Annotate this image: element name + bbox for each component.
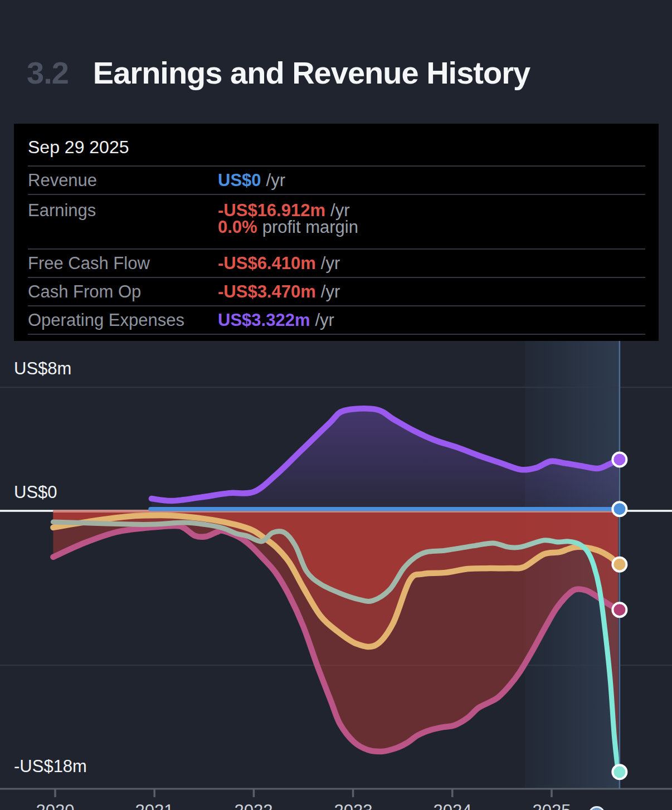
- y-axis-label-0: US$0: [14, 482, 57, 502]
- x-axis-label-2021: 2021: [135, 801, 174, 810]
- y-axis-label-8m: US$8m: [14, 359, 71, 379]
- earnings-revenue-chart[interactable]: [0, 0, 672, 810]
- end-dot-cash-from-op[interactable]: [612, 558, 626, 572]
- end-dot-earnings[interactable]: [612, 765, 626, 779]
- end-dot-free-cash-flow[interactable]: [612, 603, 626, 617]
- end-dot-revenue[interactable]: [612, 502, 626, 516]
- x-axis-label-2024: 2024: [434, 801, 472, 810]
- x-axis-label-2022: 2022: [235, 801, 273, 810]
- earnings-revenue-section: 3.2 Earnings and Revenue History Sep 29 …: [0, 0, 672, 810]
- y-axis-label-neg18m: -US$18m: [14, 757, 87, 777]
- timeline-scrubber-handle[interactable]: [590, 807, 605, 810]
- x-axis-label-2025: 2025: [533, 801, 571, 810]
- x-axis-label-2020: 2020: [36, 801, 75, 810]
- x-axis-label-2023: 2023: [334, 801, 373, 810]
- end-dot-operating-expenses[interactable]: [612, 452, 626, 466]
